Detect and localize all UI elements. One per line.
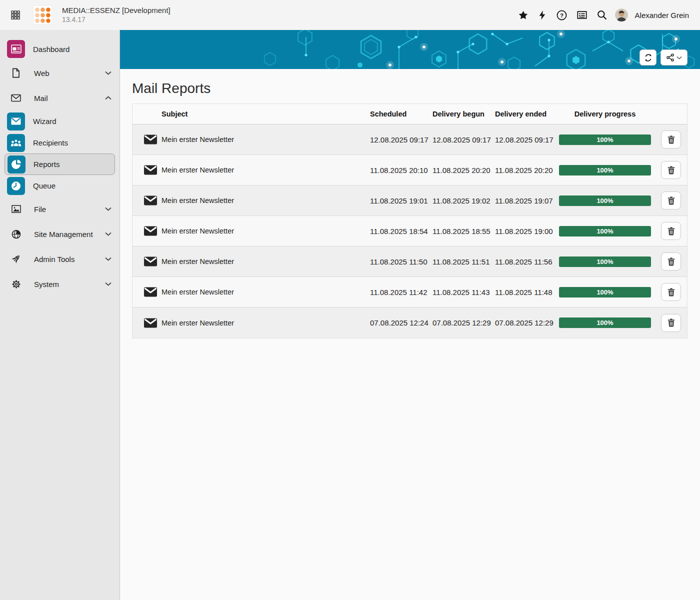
delivery-progress-value: 100% (596, 319, 613, 326)
sidebar-item-wizard[interactable]: Wizard (0, 110, 120, 132)
trash-icon (668, 196, 675, 205)
reports-pie-chart-icon (8, 156, 26, 174)
action-cell (655, 252, 687, 270)
wizard-envelope-icon (7, 112, 25, 130)
delivery-progress-bar: 100% (559, 318, 651, 328)
header-banner (120, 30, 700, 69)
app-title: MEDIA::ESSENZ [Development] (62, 6, 170, 16)
trash-icon (668, 136, 675, 144)
action-cell (655, 283, 687, 301)
delivery-ended-cell: 11.08.2025 19:07 (495, 196, 555, 205)
sidebar-item-label: Recipients (33, 138, 68, 147)
subject-cell: Mein erster Newsletter (162, 288, 370, 296)
rocket-icon (6, 254, 26, 264)
delete-report-button[interactable] (661, 192, 681, 210)
sidebar-item-site-management[interactable]: Site Management (0, 222, 120, 246)
table-row[interactable]: Mein erster Newsletter 11.08.2025 20:10 … (132, 155, 687, 186)
avatar-icon (615, 8, 628, 22)
delete-report-button[interactable] (661, 222, 681, 240)
table-body: Mein erster Newsletter 12.08.2025 09:17 … (132, 124, 687, 338)
queue-clock-icon (7, 177, 25, 195)
subject-icon-cell (132, 256, 162, 266)
delivery-progress-cell: 100% (555, 196, 655, 206)
envelope-icon (144, 226, 157, 236)
sidebar-item-file[interactable]: File (0, 196, 120, 222)
subject-cell: Mein erster Newsletter (162, 196, 370, 204)
delivery-progress-bar: 100% (559, 256, 651, 267)
sidebar-item-mail[interactable]: Mail (0, 86, 120, 110)
table-row[interactable]: Mein erster Newsletter 11.08.2025 19:01 … (132, 186, 687, 216)
sidebar-item-web[interactable]: Web (0, 60, 120, 86)
delivery-begun-cell: 11.08.2025 18:55 (432, 227, 495, 236)
scheduled-cell: 11.08.2025 11:42 (370, 288, 432, 296)
subject-icon-cell (132, 134, 162, 144)
bolt-icon (538, 10, 546, 20)
delivery-ended-cell: 11.08.2025 19:00 (495, 227, 555, 236)
trash-icon (668, 258, 675, 266)
table-row[interactable]: Mein erster Newsletter 11.08.2025 11:50 … (132, 246, 687, 277)
delivery-progress-bar: 100% (559, 287, 651, 298)
star-icon (518, 10, 528, 20)
user-name: Alexander Grein (635, 11, 689, 20)
chevron-down-icon (676, 56, 682, 60)
search-button[interactable] (595, 8, 609, 22)
delivery-progress-value: 100% (596, 166, 613, 174)
delivery-ended-cell: 07.08.2025 12:29 (495, 318, 555, 327)
action-cell (655, 130, 687, 148)
delete-report-button[interactable] (661, 314, 681, 332)
delete-report-button[interactable] (661, 252, 681, 270)
delete-report-button[interactable] (661, 161, 681, 179)
sidebar-item-system[interactable]: System (0, 272, 120, 296)
user-avatar[interactable] (615, 8, 628, 22)
table-row[interactable]: Mein erster Newsletter 07.08.2025 12:24 … (132, 308, 687, 338)
top-bar: MEDIA::ESSENZ [Development] 13.4.17 ? (0, 0, 700, 30)
favorites-button[interactable] (516, 8, 530, 22)
scheduled-cell: 11.08.2025 20:10 (370, 166, 432, 174)
trash-icon (668, 227, 675, 236)
subject-icon-cell (132, 196, 162, 206)
table-row[interactable]: Mein erster Newsletter 12.08.2025 09:17 … (132, 124, 687, 155)
sidebar-item-reports[interactable]: Reports (4, 154, 115, 175)
sidebar-item-queue[interactable]: Queue (0, 175, 120, 196)
delivery-progress-cell: 100% (555, 226, 655, 236)
dashboard-icon (7, 40, 25, 58)
delivery-progress-value: 100% (596, 136, 613, 144)
sidebar-item-label: Web (34, 69, 50, 78)
sidebar-item-dashboard[interactable]: Dashboard (0, 38, 120, 60)
sidebar-item-admin-tools[interactable]: Admin Tools (0, 246, 120, 272)
web-document-icon (6, 68, 26, 78)
sidebar-item-label: System (34, 280, 59, 288)
quick-actions-button[interactable] (536, 8, 548, 22)
table-row[interactable]: Mein erster Newsletter 11.08.2025 11:42 … (132, 277, 687, 308)
sidebar-item-label: Mail (34, 94, 48, 102)
delivery-progress-cell: 100% (555, 256, 655, 267)
mail-reports-table: Subject Scheduled Delivery begun Deliver… (132, 104, 688, 338)
delete-report-button[interactable] (661, 283, 681, 301)
delivery-progress-value: 100% (596, 197, 613, 204)
subject-icon-cell (132, 318, 162, 328)
sidebar-item-label: Queue (33, 182, 56, 190)
delete-report-button[interactable] (661, 130, 681, 148)
sidebar: Dashboard Web (0, 30, 120, 600)
action-cell (655, 192, 687, 210)
sidebar-item-label: Dashboard (33, 45, 70, 54)
trash-icon (668, 166, 675, 174)
refresh-button[interactable] (640, 50, 656, 66)
apps-grid-button[interactable] (9, 8, 22, 22)
scheduled-cell: 11.08.2025 11:50 (370, 258, 432, 266)
table-row[interactable]: Mein erster Newsletter 11.08.2025 18:54 … (132, 216, 687, 246)
envelope-icon (144, 287, 157, 297)
sidebar-item-label: Reports (34, 160, 60, 168)
list-icon (577, 10, 587, 20)
help-button[interactable]: ? (554, 8, 569, 22)
subject-icon-cell (132, 287, 162, 297)
sidebar-item-recipients[interactable]: Recipients (0, 132, 120, 154)
chevron-down-icon (105, 207, 112, 211)
action-cell (655, 222, 687, 240)
column-header-subject: Subject (162, 110, 370, 118)
share-icon (666, 54, 674, 62)
delivery-ended-cell: 12.08.2025 09:17 (495, 136, 555, 144)
log-list-button[interactable] (575, 8, 589, 22)
share-button[interactable] (660, 50, 688, 66)
sidebar-item-label: Wizard (33, 117, 56, 126)
